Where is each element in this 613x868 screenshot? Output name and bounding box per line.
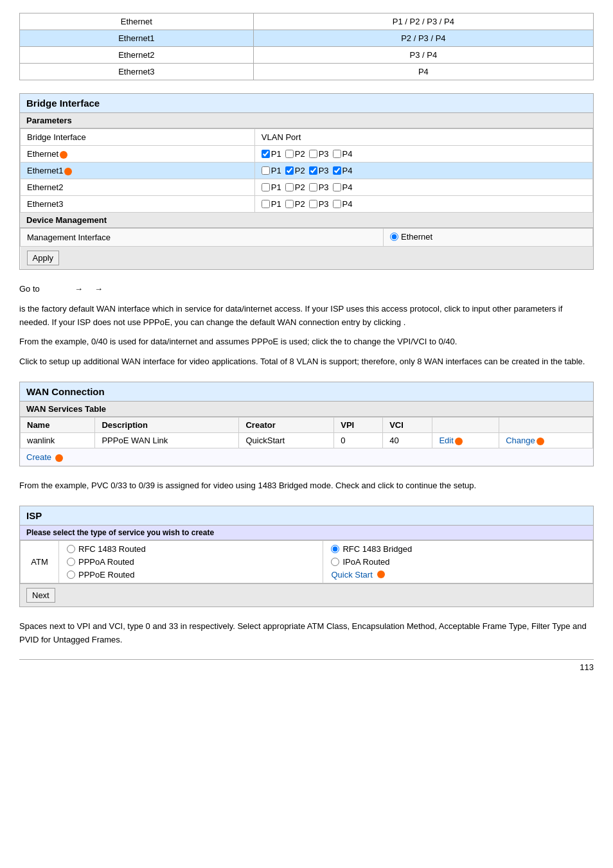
vlan-checkbox-label[interactable]: P4 bbox=[333, 182, 353, 192]
vlan-checkbox-label[interactable]: P2 bbox=[285, 199, 305, 209]
wan-col-header: Creator bbox=[239, 417, 334, 432]
bridge-col-header2: VLAN Port bbox=[254, 129, 592, 146]
isp-options-table: ATM RFC 1483 RoutedPPPoA RoutedPPPoE Rou… bbox=[20, 540, 593, 583]
vlan-checkbox[interactable] bbox=[285, 183, 294, 191]
quick-start-label: Quick Start bbox=[331, 570, 372, 580]
vlan-checkbox-label[interactable]: P4 bbox=[333, 166, 353, 175]
vlan-checkbox[interactable] bbox=[262, 200, 270, 208]
vlan-checkbox[interactable] bbox=[309, 166, 317, 175]
bridge-interface-panel: Bridge Interface Parameters Bridge Inter… bbox=[19, 93, 594, 270]
vlan-checkbox-label[interactable]: P4 bbox=[333, 199, 353, 209]
wan-cell: wanlink bbox=[21, 432, 95, 448]
bridge-parameters-subtitle: Parameters bbox=[20, 113, 593, 128]
top-table-col1: Ethernet1 bbox=[20, 30, 254, 47]
atm-label: ATM bbox=[21, 540, 59, 583]
top-table-col2: P3 / P4 bbox=[253, 47, 593, 64]
wan-connection-title: WAN Connection bbox=[20, 382, 593, 402]
top-table-col1: Ethernet bbox=[20, 13, 254, 30]
isp-radio[interactable] bbox=[67, 571, 75, 579]
bridge-col-header1: Bridge Interface bbox=[21, 129, 255, 146]
wan-cell: PPPoE WAN Link bbox=[95, 432, 239, 448]
vlan-checkbox[interactable] bbox=[285, 150, 294, 158]
wan-col-header: Description bbox=[95, 417, 239, 432]
vlan-checkbox-label[interactable]: P1 bbox=[262, 166, 281, 175]
wan-change-cell[interactable]: Change bbox=[499, 432, 593, 448]
ethernet-arrow-icon bbox=[60, 151, 67, 159]
wan-col-header: VCI bbox=[383, 417, 432, 432]
isp-left-option[interactable]: PPPoE Routed bbox=[67, 570, 315, 580]
vlan-checkbox[interactable] bbox=[309, 200, 317, 208]
vlan-checkbox[interactable] bbox=[309, 183, 317, 191]
vlan-checkbox-label[interactable]: P1 bbox=[262, 149, 281, 159]
isp-left-option[interactable]: PPPoA Routed bbox=[67, 557, 315, 567]
isp-panel: ISP Please select the type of service yo… bbox=[19, 506, 594, 607]
wan-cell: QuickStart bbox=[239, 432, 334, 448]
wan-cell: 0 bbox=[334, 432, 383, 448]
top-table-col2: P1 / P2 / P3 / P4 bbox=[253, 13, 593, 30]
wan-col-header bbox=[432, 417, 499, 432]
vlan-checkbox[interactable] bbox=[262, 166, 270, 175]
vlan-checkbox-label[interactable]: P1 bbox=[262, 199, 281, 209]
bridge-vlan-cell: P1P2P3P4 bbox=[254, 163, 592, 179]
vlan-checkbox-label[interactable]: P3 bbox=[309, 199, 329, 209]
top-table-col1: Ethernet3 bbox=[20, 64, 254, 80]
vlan-checkbox[interactable] bbox=[309, 150, 317, 158]
wan-col-header: Name bbox=[21, 417, 95, 432]
wan-edit-cell[interactable]: Edit bbox=[432, 432, 499, 448]
ethernet-arrow-icon bbox=[64, 168, 72, 175]
change-link[interactable]: Change bbox=[506, 436, 535, 445]
bridge-name-cell: Ethernet1 bbox=[21, 163, 255, 179]
bottom-text: Spaces next to VPI and VCI, type 0 and 3… bbox=[19, 620, 594, 647]
arrow1: → bbox=[75, 284, 83, 294]
vlan-checkbox-label[interactable]: P3 bbox=[309, 182, 329, 192]
isp-left-options: RFC 1483 RoutedPPPoA RoutedPPPoE Routed bbox=[59, 540, 323, 583]
vlan-checkbox-label[interactable]: P4 bbox=[333, 149, 353, 159]
edit-link[interactable]: Edit bbox=[439, 436, 453, 445]
vlan-checkbox-label[interactable]: P1 bbox=[262, 182, 281, 192]
isp-option-label: PPPoE Routed bbox=[78, 570, 134, 580]
bridge-name-cell: Ethernet2 bbox=[21, 179, 255, 196]
isp-radio[interactable] bbox=[67, 558, 75, 566]
isp-right-option[interactable]: Quick Start bbox=[331, 570, 585, 580]
top-table-col1: Ethernet2 bbox=[20, 47, 254, 64]
isp-radio[interactable] bbox=[331, 558, 339, 566]
vlan-checkbox[interactable] bbox=[333, 183, 341, 191]
bridge-interface-title: Bridge Interface bbox=[20, 94, 593, 113]
vlan-checkbox[interactable] bbox=[333, 150, 341, 158]
wan-cell: 40 bbox=[383, 432, 432, 448]
create-icon bbox=[55, 454, 63, 462]
wan-table-row: wanlinkPPPoE WAN LinkQuickStart040EditCh… bbox=[21, 432, 593, 448]
isp-option-label: RFC 1483 Routed bbox=[78, 544, 146, 554]
top-table-col2: P2 / P3 / P4 bbox=[253, 30, 593, 47]
create-row: Create bbox=[20, 448, 593, 466]
vlan-checkbox[interactable] bbox=[262, 183, 270, 191]
bridge-vlan-cell: P1P2P3P4 bbox=[254, 179, 592, 196]
wan-connection-panel: WAN Connection WAN Services Table NameDe… bbox=[19, 382, 594, 466]
isp-left-option[interactable]: RFC 1483 Routed bbox=[67, 544, 315, 554]
vlan-checkbox[interactable] bbox=[333, 200, 341, 208]
create-link[interactable]: Create bbox=[26, 452, 63, 462]
isp-right-option[interactable]: IPoA Routed bbox=[331, 557, 585, 567]
next-button[interactable]: Next bbox=[26, 588, 55, 603]
vlan-checkbox[interactable] bbox=[285, 166, 294, 175]
vlan-checkbox-label[interactable]: P2 bbox=[285, 149, 305, 159]
vlan-checkbox[interactable] bbox=[333, 166, 341, 175]
vlan-checkbox-label[interactable]: P2 bbox=[285, 182, 305, 192]
vlan-checkbox[interactable] bbox=[262, 150, 270, 158]
top-interface-table: EthernetP1 / P2 / P3 / P4Ethernet1P2 / P… bbox=[19, 13, 594, 80]
bridge-name-cell: Ethernet3 bbox=[21, 196, 255, 213]
isp-radio[interactable] bbox=[331, 545, 339, 553]
management-ethernet-radio[interactable] bbox=[390, 233, 398, 241]
apply-button[interactable]: Apply bbox=[27, 251, 60, 265]
desc-para2: From the example, 0/40 is used for data/… bbox=[19, 335, 594, 349]
isp-radio[interactable] bbox=[67, 545, 75, 553]
vlan-checkbox-label[interactable]: P3 bbox=[309, 149, 329, 159]
isp-subtitle: Please select the type of service you wi… bbox=[20, 526, 593, 540]
vlan-checkbox-label[interactable]: P2 bbox=[285, 166, 305, 175]
bridge-vlan-cell: P1P2P3P4 bbox=[254, 146, 592, 163]
vlan-checkbox-label[interactable]: P3 bbox=[309, 166, 329, 175]
vlan-checkbox[interactable] bbox=[285, 200, 294, 208]
isp-option-label: IPoA Routed bbox=[342, 557, 389, 567]
isp-right-option[interactable]: RFC 1483 Bridged bbox=[331, 544, 585, 554]
top-table-col2: P4 bbox=[253, 64, 593, 80]
